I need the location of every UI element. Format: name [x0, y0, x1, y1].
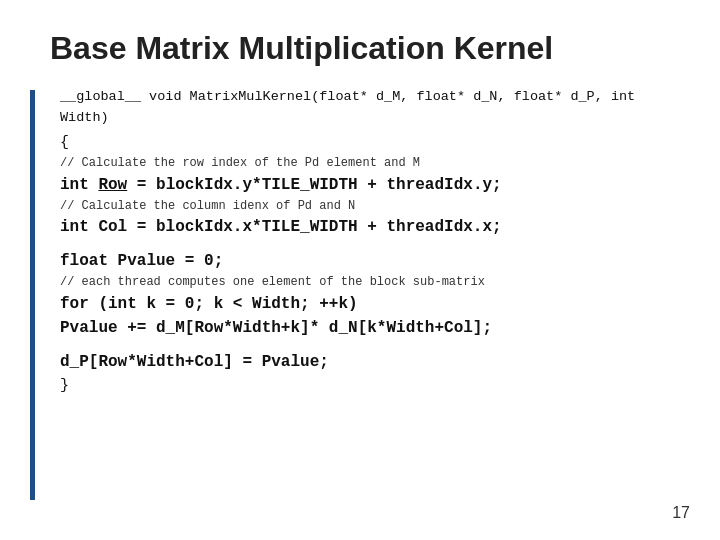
for-loop-line: for (int k = 0; k < Width; ++k) [60, 292, 680, 316]
int-col-line: int Col = blockIdx.x*TILE_WIDTH + thread… [60, 215, 680, 239]
open-brace: { [60, 131, 680, 154]
slide-title: Base Matrix Multiplication Kernel [50, 30, 680, 67]
slide-number: 17 [672, 504, 690, 522]
spacer2 [60, 340, 680, 350]
row-underline: Row [98, 176, 127, 194]
close-brace: } [60, 374, 680, 397]
int-row-line: int Row = blockIdx.y*TILE_WIDTH + thread… [60, 173, 680, 197]
spacer1 [60, 239, 680, 249]
slide: Base Matrix Multiplication Kernel __glob… [0, 0, 720, 540]
comment2: // Calculate the column idenx of Pd and … [60, 197, 680, 216]
left-accent-bar [30, 90, 35, 500]
comment1: // Calculate the row index of the Pd ele… [60, 154, 680, 173]
global-line: __global__ void MatrixMulKernel(float* d… [60, 87, 680, 129]
float-pvalue-line: float Pvalue = 0; [60, 249, 680, 273]
pvalue-accumulate-line: Pvalue += d_M[Row*Width+k]* d_N[k*Width+… [60, 316, 680, 340]
comment3: // each thread computes one element of t… [60, 273, 680, 292]
dp-line: d_P[Row*Width+Col] = Pvalue; [60, 350, 680, 374]
code-content: __global__ void MatrixMulKernel(float* d… [60, 87, 680, 397]
code-block: __global__ void MatrixMulKernel(float* d… [60, 87, 680, 397]
